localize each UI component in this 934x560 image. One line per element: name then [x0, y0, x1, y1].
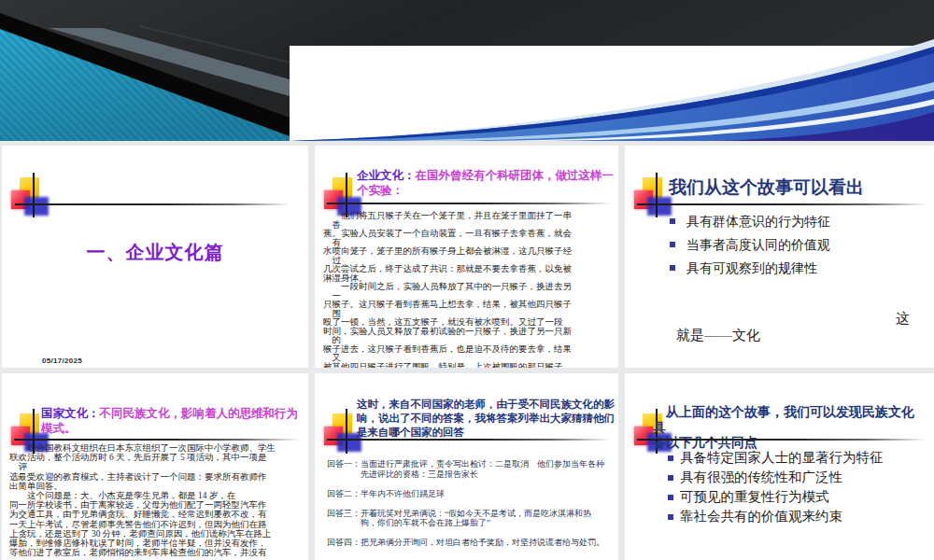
logo-blue-square — [24, 197, 49, 216]
outro-text-fragment: 这 — [896, 310, 910, 328]
slide-logo-icon — [634, 177, 673, 222]
slide-logo-icon — [11, 177, 50, 222]
divider-line — [327, 439, 611, 441]
bullet-square-icon — [670, 218, 675, 224]
bullet-text: 具有可观察到的规律性 — [686, 260, 817, 277]
divider-line — [637, 439, 927, 441]
bullet-item: 具有很强的传统性和广泛性 — [668, 469, 884, 485]
slide-body: 他们将五只猴子关在一个笼子里，并且在笼子里面挂了一串 香 蕉。实验人员安装了一个… — [323, 212, 611, 368]
bullet-square-icon — [668, 514, 673, 520]
bullet-item: 具有群体意识的行为特征 — [670, 214, 830, 231]
divider-line — [15, 203, 290, 205]
bullet-text: 具有很强的传统性和广泛性 — [680, 469, 842, 485]
bullet-square-icon — [668, 475, 673, 481]
slide-title: 一、企业文化篇 — [2, 240, 308, 265]
slide-title: 企业文化：在国外曾经有个科研团体，做过这样一个实验： — [357, 168, 614, 199]
slide-thumbnail-4[interactable]: 国家文化：不同民族文化，影响着人的思维和行为模式。 联合国教科文组织在日本东京组… — [2, 373, 308, 560]
bullet-square-icon — [668, 495, 673, 500]
bullet-square-icon — [670, 265, 675, 271]
bullet-item: 具备特定国家人士的显著行为特征 — [668, 450, 884, 466]
bullet-item: 当事者高度认同的价值观 — [670, 237, 830, 254]
bullet-text: 当事者高度认同的价值观 — [686, 237, 830, 254]
divider-line — [327, 203, 611, 204]
slide-title: 国家文化：不同民族文化，影响着人的思维和行为模式。 — [41, 406, 304, 437]
divider-line — [637, 203, 927, 205]
bullet-text: 具有群体意识的行为特征 — [686, 214, 830, 231]
slide-body: 回答一：当面进行严肃批评，责令写出检讨：二是取消 他们参加当年各种 先进评比的资… — [327, 459, 615, 548]
bullet-text: 具备特定国家人士的显著行为特征 — [680, 450, 884, 466]
slides-grid: 一、企业文化篇 05/17/2025 企业文化：在国外曾经有个科研团体，做过这样… — [2, 146, 934, 560]
slide-thumbnail-3[interactable]: 我们从这个故事可以看出 具有群体意识的行为特征 当事者高度认同的价值观 具有可观… — [625, 146, 934, 368]
bullet-text: 靠社会共有的价值观来约束 — [680, 509, 842, 525]
bullet-item: 靠社会共有的价值观来约束 — [668, 509, 884, 525]
logo-vertical-line — [656, 173, 658, 217]
slide-title: 我们从这个故事可以看出 — [669, 175, 864, 200]
logo-vertical-line — [33, 173, 35, 217]
bullet-text: 可预见的重复性行为模式 — [680, 489, 829, 505]
bullet-square-icon — [668, 455, 673, 461]
logo-blue-square — [647, 197, 672, 216]
title-prefix: 国家文化： — [41, 407, 100, 420]
outro-text: 就是——文化 — [676, 327, 760, 344]
slide-thumbnail-2[interactable]: 企业文化：在国外曾经有个科研团体，做过这样一个实验： 他们将五只猴子关在一个笼子… — [315, 146, 618, 368]
divider-line — [14, 439, 301, 441]
bullet-list: 具有群体意识的行为特征 当事者高度认同的价值观 具有可观察到的规律性 — [670, 214, 830, 284]
bullet-item: 具有可观察到的规律性 — [670, 260, 830, 277]
bullet-item: 可预见的重复性行为模式 — [668, 489, 884, 505]
bullet-list: 具备特定国家人士的显著行为特征 具有很强的传统性和广泛性 可预见的重复性行为模式… — [668, 450, 884, 528]
bullet-square-icon — [670, 242, 675, 247]
decorative-banner — [0, 0, 934, 141]
slide-title: 这时，来自不同国家的老师，由于受不同民族文化的影 响，说出了不同的答案，我将答案… — [357, 398, 618, 440]
title-prefix: 企业文化： — [357, 169, 416, 182]
slide-title: 从上面的这个故事，我们可以发现民族文化具 备以下几个共同点 — [653, 405, 922, 452]
logo-vertical-line — [346, 409, 347, 454]
banner-graphic — [0, 0, 934, 141]
slide-thumbnail-6[interactable]: 从上面的这个故事，我们可以发现民族文化具 备以下几个共同点 具备特定国家人士的显… — [625, 373, 934, 560]
slide-body: 联合国教科文组织在日本东京组织了一次国际中小学教师、学生 联欢活动，整个活动历时… — [9, 443, 304, 557]
slide-date: 05/17/2025 — [42, 357, 82, 365]
slide-thumbnail-5[interactable]: 这时，来自不同国家的老师，由于受不同民族文化的影 响，说出了不同的答案，我将答案… — [315, 373, 618, 560]
slide-thumbnail-1[interactable]: 一、企业文化篇 05/17/2025 — [2, 146, 308, 368]
